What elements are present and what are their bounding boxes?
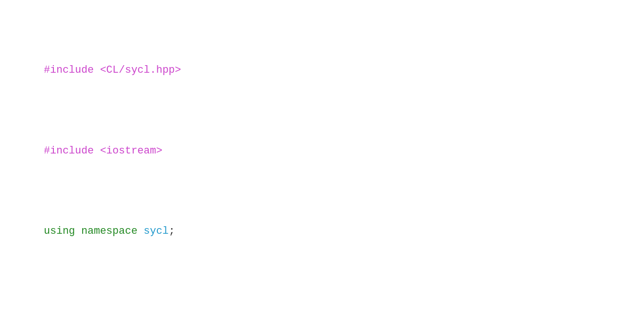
line-include1: #include <CL/sycl.hpp> [19, 46, 625, 94]
include2-text: #include <iostream> [44, 145, 163, 157]
line-blank1 [19, 288, 625, 304]
using-kw: using [44, 225, 81, 237]
line-include2: #include <iostream> [19, 127, 625, 175]
namespace-kw: namespace [81, 225, 144, 237]
code-container: #include <CL/sycl.hpp> #include <iostrea… [19, 14, 625, 315]
include1-text: #include <CL/sycl.hpp> [44, 64, 181, 76]
sycl-ns: sycl [144, 225, 169, 237]
semicolon1: ; [169, 225, 175, 237]
line-using: using namespace sycl; [19, 207, 625, 255]
